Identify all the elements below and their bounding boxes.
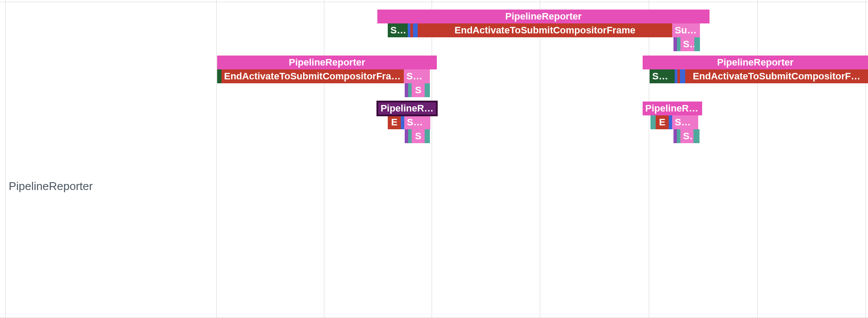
grid-vline [757,0,758,318]
trace-slice[interactable]: E [388,115,401,129]
trace-slice[interactable]: E [656,115,669,129]
grid-hline [0,2,868,2]
trace-slice[interactable]: EndActivateToSubmitCompositorFrame [418,23,672,37]
trace-slice[interactable]: PipelineReporter [217,56,437,69]
trace-slice[interactable]: Sub… [672,115,698,129]
grid-vline [216,0,217,318]
trace-slice[interactable]: EndActivateToSubmitCompositorF… [685,69,868,83]
trace-slice[interactable] [425,129,430,143]
trace-slice[interactable]: S… [680,129,693,143]
track-label: PipelineReporter [9,180,93,193]
grid-vline [540,0,540,318]
trace-slice[interactable]: Sub… [404,69,430,83]
trace-slice[interactable]: PipelineR… [377,102,437,115]
trace-slice[interactable]: PipelineReporter [377,10,710,23]
grid-vline [324,0,324,318]
trace-slice[interactable]: S [412,83,425,97]
trace-slice[interactable]: PipelineReporter [643,56,868,69]
trace-slice[interactable]: Sub… [404,115,430,129]
grid-vline [649,0,649,318]
trace-slice[interactable]: S… [680,37,694,51]
trace-slice[interactable]: Sub… [672,23,700,37]
trace-slice[interactable] [694,37,700,51]
trace-slice[interactable]: S [412,129,425,143]
grid-vline [432,0,432,318]
grid-hline [0,317,868,318]
trace-slice[interactable] [650,115,656,129]
trace-slice[interactable] [693,129,700,143]
trace-slice[interactable]: EndActivateToSubmitCompositorFrame [221,69,404,83]
trace-viewport[interactable]: PipelineReporterS…EndActivateToSubmitCom… [0,0,868,318]
trace-slice[interactable]: S… [388,23,408,37]
trace-slice[interactable]: Se… [650,69,675,83]
trace-slice[interactable]: PipelineRe… [643,102,702,115]
grid-vline [865,0,866,318]
grid-vline [5,0,6,318]
trace-slice[interactable] [425,83,430,97]
trace-slice[interactable] [680,69,685,83]
